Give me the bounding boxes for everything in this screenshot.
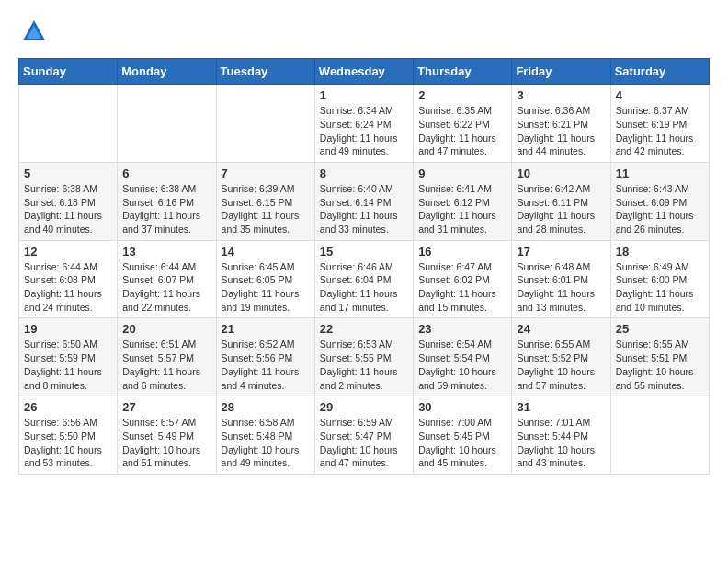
calendar-week-row: 1Sunrise: 6:34 AM Sunset: 6:24 PM Daylig…: [19, 85, 710, 163]
day-info: Sunrise: 6:55 AM Sunset: 5:51 PM Dayligh…: [616, 338, 704, 392]
day-number: 16: [418, 245, 506, 259]
day-info: Sunrise: 6:36 AM Sunset: 6:21 PM Dayligh…: [517, 104, 605, 158]
day-number: 12: [24, 245, 112, 259]
day-info: Sunrise: 6:56 AM Sunset: 5:50 PM Dayligh…: [24, 416, 112, 470]
day-info: Sunrise: 6:44 AM Sunset: 6:07 PM Dayligh…: [122, 260, 210, 315]
day-info: Sunrise: 6:39 AM Sunset: 6:15 PM Dayligh…: [222, 182, 310, 236]
day-info: Sunrise: 6:50 AM Sunset: 5:59 PM Dayligh…: [24, 338, 112, 392]
day-number: 5: [24, 167, 112, 180]
calendar-cell: 8Sunrise: 6:40 AM Sunset: 6:14 PM Daylig…: [314, 162, 413, 240]
day-info: Sunrise: 6:57 AM Sunset: 5:49 PM Dayligh…: [122, 416, 210, 470]
day-info: Sunrise: 6:43 AM Sunset: 6:09 PM Dayligh…: [616, 182, 704, 236]
day-number: 24: [517, 322, 605, 336]
day-info: Sunrise: 6:58 AM Sunset: 5:48 PM Dayligh…: [222, 416, 310, 470]
day-of-week-header: Thursday: [414, 59, 512, 85]
calendar-cell: 5Sunrise: 6:38 AM Sunset: 6:18 PM Daylig…: [19, 162, 118, 240]
calendar-cell: [118, 85, 216, 163]
day-number: 9: [418, 167, 506, 180]
day-number: 6: [122, 167, 210, 180]
day-info: Sunrise: 6:42 AM Sunset: 6:11 PM Dayligh…: [517, 182, 605, 236]
day-info: Sunrise: 6:38 AM Sunset: 6:16 PM Dayligh…: [122, 182, 210, 236]
day-number: 22: [320, 322, 408, 336]
calendar-cell: 29Sunrise: 6:59 AM Sunset: 5:47 PM Dayli…: [314, 396, 413, 475]
day-of-week-header: Sunday: [19, 59, 118, 85]
day-number: 31: [517, 400, 605, 414]
calendar-cell: 28Sunrise: 6:58 AM Sunset: 5:48 PM Dayli…: [216, 396, 314, 475]
day-of-week-header: Monday: [118, 59, 216, 85]
day-number: 30: [418, 400, 506, 414]
day-info: Sunrise: 6:52 AM Sunset: 5:56 PM Dayligh…: [222, 338, 310, 392]
day-number: 11: [616, 167, 704, 180]
calendar-cell: 11Sunrise: 6:43 AM Sunset: 6:09 PM Dayli…: [610, 162, 709, 240]
day-info: Sunrise: 6:40 AM Sunset: 6:14 PM Dayligh…: [320, 182, 408, 236]
day-info: Sunrise: 6:53 AM Sunset: 5:55 PM Dayligh…: [320, 338, 408, 392]
calendar-cell: [610, 396, 709, 475]
day-info: Sunrise: 6:48 AM Sunset: 6:01 PM Dayligh…: [517, 260, 605, 315]
calendar-header-row: SundayMondayTuesdayWednesdayThursdayFrid…: [19, 59, 710, 85]
day-info: Sunrise: 6:54 AM Sunset: 5:54 PM Dayligh…: [418, 338, 506, 392]
day-info: Sunrise: 6:49 AM Sunset: 6:00 PM Dayligh…: [616, 260, 704, 315]
day-info: Sunrise: 6:59 AM Sunset: 5:47 PM Dayligh…: [320, 416, 408, 470]
day-number: 25: [616, 322, 704, 336]
day-number: 20: [122, 322, 210, 336]
calendar-cell: 3Sunrise: 6:36 AM Sunset: 6:21 PM Daylig…: [512, 85, 610, 163]
day-info: Sunrise: 6:41 AM Sunset: 6:12 PM Dayligh…: [418, 182, 506, 236]
day-info: Sunrise: 6:51 AM Sunset: 5:57 PM Dayligh…: [122, 338, 210, 392]
calendar-cell: [19, 85, 118, 163]
day-number: 3: [517, 88, 605, 102]
calendar-cell: 2Sunrise: 6:35 AM Sunset: 6:22 PM Daylig…: [414, 85, 512, 163]
calendar-cell: 20Sunrise: 6:51 AM Sunset: 5:57 PM Dayli…: [118, 318, 216, 396]
day-info: Sunrise: 6:44 AM Sunset: 6:08 PM Dayligh…: [24, 260, 112, 315]
calendar-cell: 30Sunrise: 7:00 AM Sunset: 5:45 PM Dayli…: [414, 396, 512, 475]
calendar-cell: 14Sunrise: 6:45 AM Sunset: 6:05 PM Dayli…: [216, 240, 314, 318]
day-info: Sunrise: 6:38 AM Sunset: 6:18 PM Dayligh…: [24, 182, 112, 236]
day-info: Sunrise: 6:34 AM Sunset: 6:24 PM Dayligh…: [320, 104, 408, 158]
logo-icon: [21, 18, 47, 44]
day-number: 19: [24, 322, 112, 336]
logo: [18, 18, 47, 49]
day-number: 21: [222, 322, 310, 336]
day-number: 10: [517, 167, 605, 180]
calendar-cell: 17Sunrise: 6:48 AM Sunset: 6:01 PM Dayli…: [512, 240, 610, 318]
day-number: 14: [222, 245, 310, 259]
calendar-cell: 27Sunrise: 6:57 AM Sunset: 5:49 PM Dayli…: [118, 396, 216, 475]
day-number: 26: [24, 400, 112, 414]
calendar-cell: 23Sunrise: 6:54 AM Sunset: 5:54 PM Dayli…: [414, 318, 512, 396]
calendar-cell: 12Sunrise: 6:44 AM Sunset: 6:08 PM Dayli…: [19, 240, 118, 318]
day-info: Sunrise: 7:01 AM Sunset: 5:44 PM Dayligh…: [517, 416, 605, 470]
day-number: 15: [320, 245, 408, 259]
day-number: 28: [222, 400, 310, 414]
calendar-week-row: 5Sunrise: 6:38 AM Sunset: 6:18 PM Daylig…: [19, 162, 710, 240]
calendar-cell: 19Sunrise: 6:50 AM Sunset: 5:59 PM Dayli…: [19, 318, 118, 396]
calendar-cell: 10Sunrise: 6:42 AM Sunset: 6:11 PM Dayli…: [512, 162, 610, 240]
calendar-cell: 7Sunrise: 6:39 AM Sunset: 6:15 PM Daylig…: [216, 162, 314, 240]
day-number: 17: [517, 245, 605, 259]
day-info: Sunrise: 6:46 AM Sunset: 6:04 PM Dayligh…: [320, 260, 408, 315]
day-info: Sunrise: 7:00 AM Sunset: 5:45 PM Dayligh…: [418, 416, 506, 470]
calendar-cell: 16Sunrise: 6:47 AM Sunset: 6:02 PM Dayli…: [414, 240, 512, 318]
day-info: Sunrise: 6:47 AM Sunset: 6:02 PM Dayligh…: [418, 260, 506, 315]
day-number: 18: [616, 245, 704, 259]
calendar-cell: 4Sunrise: 6:37 AM Sunset: 6:19 PM Daylig…: [610, 85, 709, 163]
calendar-table: SundayMondayTuesdayWednesdayThursdayFrid…: [18, 58, 710, 475]
day-number: 23: [418, 322, 506, 336]
calendar-cell: [216, 85, 314, 163]
day-info: Sunrise: 6:35 AM Sunset: 6:22 PM Dayligh…: [418, 104, 506, 158]
day-number: 13: [122, 245, 210, 259]
day-number: 7: [222, 167, 310, 180]
day-of-week-header: Tuesday: [216, 59, 314, 85]
day-number: 1: [320, 88, 408, 102]
calendar-cell: 21Sunrise: 6:52 AM Sunset: 5:56 PM Dayli…: [216, 318, 314, 396]
calendar-cell: 25Sunrise: 6:55 AM Sunset: 5:51 PM Dayli…: [610, 318, 709, 396]
calendar-cell: 24Sunrise: 6:55 AM Sunset: 5:52 PM Dayli…: [512, 318, 610, 396]
calendar-cell: 13Sunrise: 6:44 AM Sunset: 6:07 PM Dayli…: [118, 240, 216, 318]
day-info: Sunrise: 6:55 AM Sunset: 5:52 PM Dayligh…: [517, 338, 605, 392]
day-of-week-header: Saturday: [610, 59, 709, 85]
page-header: [18, 18, 710, 49]
calendar-cell: 31Sunrise: 7:01 AM Sunset: 5:44 PM Dayli…: [512, 396, 610, 475]
calendar-cell: 1Sunrise: 6:34 AM Sunset: 6:24 PM Daylig…: [314, 85, 413, 163]
day-info: Sunrise: 6:37 AM Sunset: 6:19 PM Dayligh…: [616, 104, 704, 158]
day-number: 2: [418, 88, 506, 102]
day-of-week-header: Friday: [512, 59, 610, 85]
calendar-cell: 15Sunrise: 6:46 AM Sunset: 6:04 PM Dayli…: [314, 240, 413, 318]
